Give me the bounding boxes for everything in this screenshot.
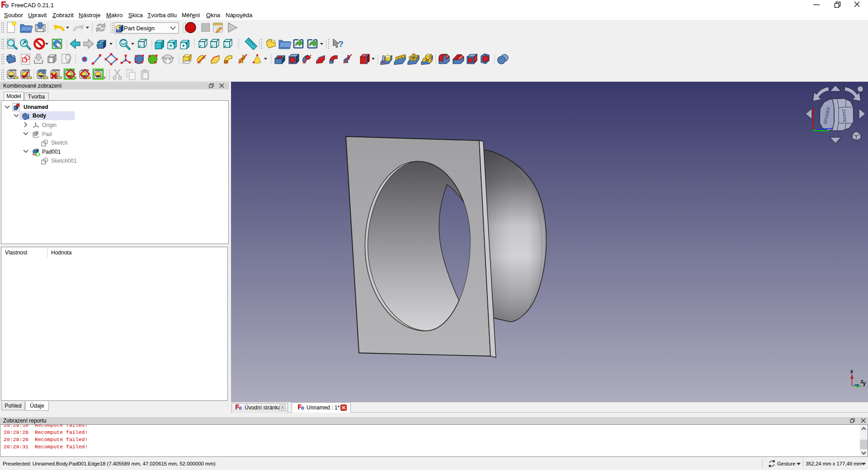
- svg-text:x: x: [850, 368, 854, 375]
- svg-text:?: ?: [338, 39, 344, 49]
- svg-text:Part Design: Part Design: [124, 25, 155, 32]
- svg-text:y: y: [863, 380, 866, 386]
